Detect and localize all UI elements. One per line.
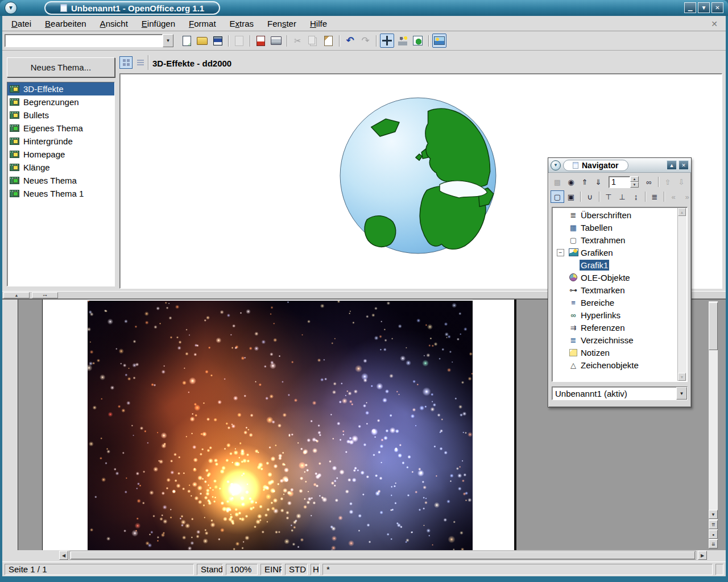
scroll-down-button[interactable]: ▼ [678,373,686,381]
gallery-theme-row[interactable]: 3D-Effekte [7,82,114,95]
status-cell[interactable]: Standard [197,564,223,575]
fenster-button[interactable]: Fenster [260,16,303,31]
gallery-theme-row[interactable]: Eigenes Thema [7,122,114,135]
vertical-scroll-thumb[interactable] [709,302,718,350]
content-view-button[interactable]: ▣ [564,190,578,203]
window-title-pill[interactable]: Unbenannt1 - OpenOffice.org 1.1 [44,1,220,15]
open-button[interactable] [195,34,209,48]
gallery-button[interactable] [432,34,446,48]
rollup-button[interactable]: ▲ [667,160,677,170]
gallery-theme-row[interactable]: Bullets [7,109,114,122]
next-button[interactable]: ⇓ [592,176,605,188]
close-document-icon[interactable]: ✕ [709,18,720,30]
status-cell[interactable]: 100% [226,564,258,575]
navigator-tree-row[interactable]: − Grafik1 [552,259,677,271]
hilfe-button[interactable]: Hilfe [303,16,334,31]
navigator-tree-row[interactable]: − Überschriften [552,209,677,221]
navigator-tree-row[interactable]: − Textmarken [552,284,677,296]
navigator-tree-row[interactable]: − Referenzen [552,321,677,334]
spin-down-button[interactable]: ▼ [630,182,639,188]
gallery-theme-row[interactable]: Neues Thema 1 [7,187,114,200]
gallery-theme-row[interactable]: Begrenzungen [7,95,114,109]
paste-button[interactable] [321,34,336,48]
detail-view-button[interactable] [134,56,147,69]
nebula-image[interactable] [88,301,473,550]
demote-level-button[interactable]: » [680,190,694,203]
new-theme-button[interactable]: Neues Thema... [7,57,115,77]
outline-levels-button[interactable]: ≣ [648,190,661,203]
globe-3d-object[interactable] [339,97,497,255]
navigator-tree-row[interactable]: − Grafiken [552,246,677,259]
navigator-tree-row[interactable]: − Bereiche [552,296,677,309]
maximize-button[interactable]: ▼ [698,2,710,13]
icon-view-button[interactable] [119,56,133,69]
gallery-theme-row[interactable]: Neues Thema [7,174,114,187]
status-cell[interactable]: Seite 1 / 1 [5,564,194,575]
horizontal-scrollbar[interactable]: ◀ ▶ [2,550,726,562]
promote-level-button[interactable]: « [667,190,680,203]
navigation-button[interactable]: ◉ [564,176,578,188]
footer-button[interactable]: ⊥ [615,190,629,203]
navigator-title-bar[interactable]: ▼ Navigator ▲ ✕ [548,158,691,173]
navigation-dot-button[interactable]: ● [709,530,718,539]
edit-file-button[interactable] [232,34,246,48]
next-page-button[interactable]: ⇊ [709,539,718,548]
close-navigator-button[interactable]: ✕ [679,160,689,170]
document-page[interactable] [42,300,516,550]
scroll-left-button[interactable]: ◀ [59,551,68,560]
navigator-tree-row[interactable]: − Notizen [552,346,677,359]
minimize-button[interactable]: ▁ [684,2,696,13]
status-cell[interactable]: * [322,564,713,575]
einfuegen-button[interactable]: Einfügen [135,16,182,31]
save-button[interactable] [210,34,225,48]
navigator-tree-row[interactable]: − Verzeichnisse [552,334,677,346]
previous-page-button[interactable]: ⇈ [709,520,718,529]
spin-up-button[interactable]: ▲ [630,176,639,182]
document-dropdown-button[interactable]: ▼ [676,387,687,400]
status-cell[interactable]: EINFG [260,564,282,575]
status-cell[interactable]: STD [285,564,308,575]
horizontal-scroll-thumb[interactable] [71,551,695,559]
scroll-right-button[interactable]: ▶ [698,551,707,560]
drag-mode-button[interactable]: ∞ [642,176,656,188]
hyperlink-dialog-button[interactable] [411,34,425,48]
navigator-tree-row[interactable]: − OLE-Objekte [552,271,677,284]
anchor-text-button[interactable]: ↨ [629,190,643,203]
horizontal-scroll-track[interactable] [69,551,696,560]
header-button[interactable]: ⊤ [602,190,615,203]
chapter-down-button[interactable]: ⇩ [675,176,688,188]
status-cell[interactable]: HYP [311,564,320,575]
hide-panel-button[interactable]: ▲ [3,292,30,298]
navigator-tree-row[interactable]: − Zeichenobjekte [552,359,677,371]
copy-button[interactable] [306,34,320,48]
undo-button[interactable] [343,34,357,48]
stylist-button[interactable] [395,34,410,48]
active-document-combo[interactable]: Unbenannt1 (aktiv) ▼ [552,386,688,400]
scroll-down-button[interactable]: ▼ [709,510,718,519]
navigator-menu-button[interactable]: ▼ [551,160,561,171]
chapter-up-button[interactable]: ⇧ [661,176,675,188]
list-box-toggle-button[interactable]: ▢ [551,190,564,203]
vertical-scrollbar[interactable]: ▼ ⇈ ● ⇊ [708,301,718,549]
toggle-master-view-button[interactable]: ▩ [551,176,564,188]
bearbeiten-button[interactable]: Bearbeiten [38,16,93,31]
status-cell[interactable] [715,564,723,575]
gallery-theme-row[interactable]: Homepage [7,148,114,161]
format-button[interactable]: Format [182,16,223,31]
scroll-up-button[interactable]: ▲ [678,208,686,216]
navigator-button[interactable] [380,34,394,48]
url-input[interactable] [5,34,163,47]
page-number-input[interactable] [609,176,630,188]
navigator-tree-row[interactable]: − Tabellen [552,221,677,234]
new-document-button[interactable] [180,34,194,48]
navigator-tree-row[interactable]: − Hyperlinks [552,309,677,321]
previous-button[interactable]: ⇑ [578,176,592,188]
window-menu-button[interactable]: ▼ [5,2,17,14]
export-pdf-button[interactable] [254,34,268,48]
datei-button[interactable]: Datei [5,16,38,31]
ansicht-button[interactable]: Ansicht [93,16,135,31]
redo-button[interactable] [358,34,373,48]
navigator-tree-row[interactable]: − Textrahmen [552,234,677,246]
set-reminder-button[interactable]: ∪ [583,190,597,203]
extras-button[interactable]: Extras [223,16,261,31]
